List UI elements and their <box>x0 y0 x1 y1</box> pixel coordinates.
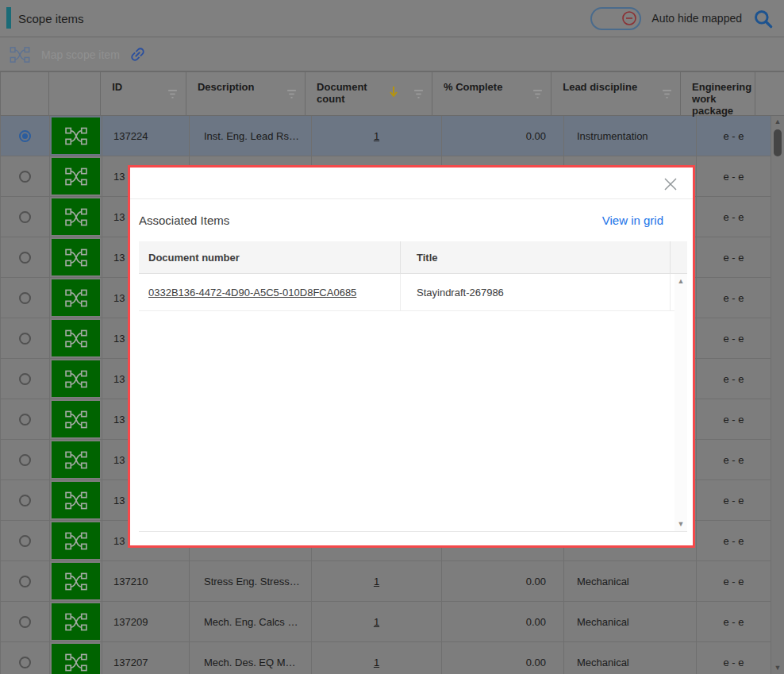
mapped-indicator <box>52 522 100 559</box>
document-number-link[interactable]: 0332B136-4472-4D90-A5C5-010D8FCA0685 <box>148 287 356 298</box>
dialog-top-bar <box>130 168 693 199</box>
cell-percent-complete: 0.00 <box>442 561 564 601</box>
header-controls: Auto hide mapped <box>590 7 784 30</box>
row-select-radio[interactable] <box>19 130 31 142</box>
header-mapped-column <box>49 72 101 115</box>
associated-items-dialog: Associated Items View in grid Document n… <box>128 165 695 548</box>
table-row[interactable]: 137210 Stress Eng. Stress… 1 0.00 Mechan… <box>0 561 784 602</box>
cell-engineering-work-package: e - e <box>697 116 771 156</box>
row-select-radio[interactable] <box>19 333 31 345</box>
header-percent-complete[interactable]: % Complete <box>432 72 551 115</box>
header-description[interactable]: Description <box>186 72 306 115</box>
scroll-down-icon[interactable]: ▼ <box>774 662 782 674</box>
grid-scrollbar[interactable]: ▲ ▼ <box>771 116 784 674</box>
close-icon[interactable] <box>661 175 680 194</box>
row-select-radio[interactable] <box>19 292 31 304</box>
header-id[interactable]: ID <box>101 72 186 115</box>
document-count-link[interactable]: 1 <box>374 130 379 142</box>
mapping-nodes-icon <box>64 289 88 307</box>
header-document-count[interactable]: Document count <box>306 72 432 115</box>
filter-icon[interactable] <box>286 89 297 102</box>
scroll-down-icon[interactable]: ▼ <box>678 520 685 528</box>
scroll-up-icon[interactable]: ▲ <box>678 277 685 285</box>
cell-id: 137209 <box>102 602 190 641</box>
mapped-indicator <box>52 320 100 356</box>
row-select-radio[interactable] <box>19 495 31 506</box>
row-select-radio[interactable] <box>19 616 31 628</box>
cell-id: 137207 <box>102 642 190 674</box>
mapping-nodes-icon <box>64 127 88 145</box>
filter-icon[interactable] <box>413 89 424 102</box>
row-select-radio[interactable] <box>19 454 31 466</box>
cell-engineering-work-package: e - e <box>697 642 771 674</box>
mapped-indicator <box>52 198 100 235</box>
row-select-radio[interactable] <box>19 576 31 587</box>
dialog-scrollbar[interactable]: ▲ ▼ <box>674 274 687 531</box>
cell-engineering-work-package: e - e <box>697 359 771 399</box>
header-engineering-work-package[interactable]: Engineering work package <box>681 72 755 115</box>
cell-id: 137210 <box>102 561 190 601</box>
cell-percent-complete: 0.00 <box>442 602 564 641</box>
cell-engineering-work-package: e - e <box>697 480 771 520</box>
cell-engineering-work-package: e - e <box>697 156 771 196</box>
cell-engineering-work-package: e - e <box>697 278 771 318</box>
row-select-radio[interactable] <box>19 535 31 547</box>
scrollbar-thumb[interactable] <box>774 129 782 156</box>
row-select-radio[interactable] <box>19 657 31 668</box>
mapped-indicator <box>52 360 100 397</box>
mapped-indicator <box>52 158 100 194</box>
auto-hide-toggle-label: Auto hide mapped <box>651 12 742 25</box>
cell-engineering-work-package: e - e <box>697 318 771 358</box>
cell-lead-discipline: Mechanical <box>564 642 697 674</box>
document-count-link[interactable]: 1 <box>374 616 379 628</box>
row-select-radio[interactable] <box>19 414 31 426</box>
search-icon[interactable] <box>752 8 774 29</box>
mapping-nodes-icon <box>64 491 88 510</box>
mapping-nodes-icon <box>64 168 88 186</box>
cell-description: Inst. Eng. Lead Rs… <box>190 116 312 156</box>
mapped-indicator <box>52 441 100 478</box>
row-select-radio[interactable] <box>19 252 31 264</box>
scroll-up-icon[interactable]: ▲ <box>774 116 782 128</box>
cell-engineering-work-package: e - e <box>697 399 771 439</box>
header-document-number[interactable]: Document number <box>139 241 401 273</box>
associated-item-row[interactable]: 0332B136-4472-4D90-A5C5-010D8FCA0685 Sta… <box>139 274 687 311</box>
cell-title: Stayindraft-267986 <box>401 274 671 310</box>
grid-header-row: ID Description Document count <box>0 71 784 116</box>
header-title[interactable]: Title <box>401 241 671 273</box>
cell-lead-discipline: Mechanical <box>564 602 697 641</box>
row-select-radio[interactable] <box>19 211 31 223</box>
mapping-nodes-icon <box>64 410 88 429</box>
associated-grid-body: 0332B136-4472-4D90-A5C5-010D8FCA0685 Sta… <box>139 274 687 311</box>
cell-lead-discipline: Instrumentation <box>564 116 697 156</box>
filter-icon[interactable] <box>662 89 672 102</box>
table-row[interactable]: 137224 Inst. Eng. Lead Rs… 1 0.00 Instru… <box>0 116 784 156</box>
mapping-nodes-icon <box>64 329 88 348</box>
document-count-link[interactable]: 1 <box>374 576 379 587</box>
auto-hide-toggle[interactable] <box>590 7 641 30</box>
link-icon[interactable] <box>129 45 147 64</box>
table-row[interactable]: 137207 Mech. Des. EQ M… 1 0.00 Mechanica… <box>0 642 784 674</box>
mapping-nodes-icon <box>64 248 88 267</box>
associated-items-grid: Document number Title 0332B136-4472-4D90… <box>139 241 687 532</box>
toolbar: Map scope item <box>0 38 784 71</box>
cell-lead-discipline: Mechanical <box>564 561 697 601</box>
document-count-link[interactable]: 1 <box>374 657 379 668</box>
filter-icon[interactable] <box>532 89 543 102</box>
sort-desc-icon <box>389 85 398 102</box>
scope-items-screen: Scope items Auto hide mapped <box>0 0 784 674</box>
dialog-title-bar: Associated Items View in grid <box>130 199 693 241</box>
app-header: Scope items Auto hide mapped <box>0 0 784 37</box>
mapped-indicator <box>52 401 100 437</box>
view-in-grid-link[interactable]: View in grid <box>602 214 663 227</box>
mapping-nodes-icon <box>64 451 88 469</box>
map-scope-item-button[interactable]: Map scope item <box>41 48 120 61</box>
row-select-radio[interactable] <box>19 171 31 183</box>
row-select-radio[interactable] <box>19 373 31 385</box>
mapped-indicator <box>52 279 100 316</box>
filter-icon[interactable] <box>167 89 178 102</box>
header-lead-discipline[interactable]: Lead discipline <box>551 72 681 115</box>
minus-circle-icon <box>621 10 637 26</box>
mapping-nodes-icon <box>64 613 88 631</box>
table-row[interactable]: 137209 Mech. Eng. Calcs … 1 0.00 Mechani… <box>0 602 784 642</box>
